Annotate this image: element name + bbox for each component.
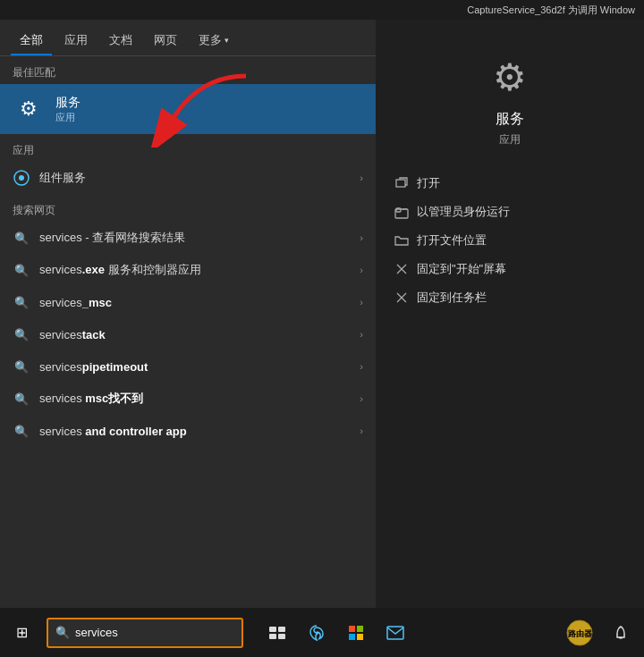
search-loop-icon-5: 🔍 xyxy=(13,358,30,375)
right-panel: ⚙ 服务 应用 打开 以管理员身份运行 xyxy=(376,20,644,608)
tab-web[interactable]: 网页 xyxy=(145,27,186,55)
best-match-text: 服务 应用 xyxy=(55,95,80,124)
windows-icon: ⊞ xyxy=(16,624,28,641)
edge-browser-button[interactable] xyxy=(301,617,333,649)
tab-apps[interactable]: 应用 xyxy=(55,27,97,55)
svg-rect-18 xyxy=(387,627,403,639)
svg-rect-12 xyxy=(269,634,276,639)
web-item-5-text: servicespipetimeout xyxy=(39,360,148,374)
search-item-left-5: 🔍 servicespipetimeout xyxy=(13,358,148,375)
search-loop-icon-2: 🔍 xyxy=(13,261,30,279)
search-loop-icon: 🔍 xyxy=(13,229,30,247)
action-pin-start[interactable]: 固定到"开始"屏幕 xyxy=(385,255,635,283)
tab-all[interactable]: 全部 xyxy=(11,27,52,55)
folder-icon xyxy=(394,232,410,248)
svg-rect-3 xyxy=(396,180,405,187)
taskbar-right-area: 路由器 xyxy=(560,608,644,657)
action-admin[interactable]: 以管理员身份运行 xyxy=(385,198,635,226)
chevron-right-icon-3: › xyxy=(360,297,363,307)
taskbar-mail-icon[interactable] xyxy=(379,617,411,649)
tab-docs[interactable]: 文档 xyxy=(100,27,141,55)
web-item-1-text: services - 查看网络搜索结果 xyxy=(39,230,185,246)
chevron-right-icon-6: › xyxy=(360,393,363,404)
svg-rect-16 xyxy=(349,634,355,640)
apps-section-header: 应用 xyxy=(0,134,376,162)
search-item-left-6: 🔍 services msc找不到 xyxy=(13,390,143,408)
search-item-left-2: 🔍 services.exe 服务和控制器应用 xyxy=(13,261,201,279)
search-item-left: 🔍 services - 查看网络搜索结果 xyxy=(13,229,185,247)
admin-icon xyxy=(394,204,410,220)
taskbar-search-bar[interactable]: 🔍 services xyxy=(47,618,243,648)
action-list: 打开 以管理员身份运行 打开文件位置 xyxy=(376,169,644,312)
web-item-4-text: servicestack xyxy=(39,328,106,341)
chevron-right-icon: › xyxy=(360,173,363,183)
chevron-down-icon: ▾ xyxy=(225,36,229,45)
search-item-left-7: 🔍 services and controller app xyxy=(13,422,187,440)
top-bar-title: CaptureService_36d2f 为调用 Window xyxy=(467,4,635,17)
pin-taskbar-icon xyxy=(394,290,410,306)
web-item-7-text: services and controller app xyxy=(39,425,187,438)
component-services-icon xyxy=(13,169,30,187)
chevron-right-icon-4: › xyxy=(360,329,363,340)
search-tabs: 全部 应用 文档 网页 更多 ▾ xyxy=(0,20,376,56)
services-app-icon: ⚙ xyxy=(13,93,45,125)
start-button[interactable]: ⊞ xyxy=(0,608,43,657)
action-admin-label: 以管理员身份运行 xyxy=(417,204,510,220)
component-services-item[interactable]: 组件服务 › xyxy=(0,162,376,194)
action-file-location-label: 打开文件位置 xyxy=(417,232,487,248)
web-search-item-7[interactable]: 🔍 services and controller app › xyxy=(0,415,376,447)
action-pin-taskbar-label: 固定到任务栏 xyxy=(417,290,487,306)
pin-start-icon xyxy=(394,261,410,277)
svg-rect-11 xyxy=(278,627,285,632)
app-item-left: 组件服务 xyxy=(13,169,86,187)
action-pin-taskbar[interactable]: 固定到任务栏 xyxy=(385,283,635,312)
taskbar-search-input[interactable]: services xyxy=(75,626,118,639)
tab-more-label: 更多 xyxy=(199,32,222,48)
services-large-icon: ⚙ xyxy=(493,55,527,99)
web-search-item-3[interactable]: 🔍 services_msc › xyxy=(0,286,376,318)
chevron-right-icon-5: › xyxy=(360,361,363,372)
web-item-2-text: services.exe 服务和控制器应用 xyxy=(39,262,201,278)
svg-rect-17 xyxy=(357,634,363,640)
svg-rect-14 xyxy=(349,626,355,632)
action-open-label: 打开 xyxy=(417,175,440,191)
web-search-item-5[interactable]: 🔍 servicespipetimeout › xyxy=(0,350,376,383)
web-search-item-6[interactable]: 🔍 services msc找不到 › xyxy=(0,383,376,415)
chevron-right-icon-1: › xyxy=(360,232,363,243)
svg-rect-13 xyxy=(278,634,285,639)
action-pin-start-label: 固定到"开始"屏幕 xyxy=(417,261,506,277)
search-loop-icon-6: 🔍 xyxy=(13,390,30,408)
taskbar-app-icon[interactable] xyxy=(340,617,372,649)
svg-point-2 xyxy=(19,175,24,181)
web-item-6-text: services msc找不到 xyxy=(39,391,143,407)
notification-icon[interactable] xyxy=(605,617,637,649)
right-panel-title: 服务 xyxy=(496,110,524,129)
open-icon xyxy=(394,175,410,191)
component-services-label: 组件服务 xyxy=(39,170,86,186)
web-section-header: 搜索网页 xyxy=(0,194,376,222)
web-search-item-2[interactable]: 🔍 services.exe 服务和控制器应用 › xyxy=(0,254,376,286)
search-item-left-3: 🔍 services_msc xyxy=(13,293,112,311)
search-loop-icon-7: 🔍 xyxy=(13,422,30,440)
svg-text:路由器: 路由器 xyxy=(568,629,593,638)
right-panel-subtitle: 应用 xyxy=(499,132,521,147)
tab-more[interactable]: 更多 ▾ xyxy=(190,27,238,55)
web-search-item-4[interactable]: 🔍 servicestack › xyxy=(0,318,376,350)
svg-rect-4 xyxy=(395,209,408,218)
action-open[interactable]: 打开 xyxy=(385,169,635,198)
svg-rect-10 xyxy=(269,627,276,632)
chevron-right-icon-7: › xyxy=(360,425,363,436)
taskbar: ⊞ 🔍 services xyxy=(0,608,644,657)
router-icon-button[interactable]: 路由器 xyxy=(560,613,599,653)
best-match-section-header: 最佳匹配 xyxy=(0,56,376,84)
taskbar-search-icon: 🔍 xyxy=(55,626,70,639)
best-match-item-type: 应用 xyxy=(55,111,80,124)
best-match-item[interactable]: ⚙ 服务 应用 xyxy=(0,84,376,134)
search-loop-icon-4: 🔍 xyxy=(13,325,30,343)
taskbar-center xyxy=(261,617,411,649)
web-search-item-1[interactable]: 🔍 services - 查看网络搜索结果 › xyxy=(0,222,376,254)
search-item-left-4: 🔍 servicestack xyxy=(13,325,106,343)
task-view-button[interactable] xyxy=(261,617,293,649)
svg-rect-5 xyxy=(396,208,401,212)
action-file-location[interactable]: 打开文件位置 xyxy=(385,226,635,255)
